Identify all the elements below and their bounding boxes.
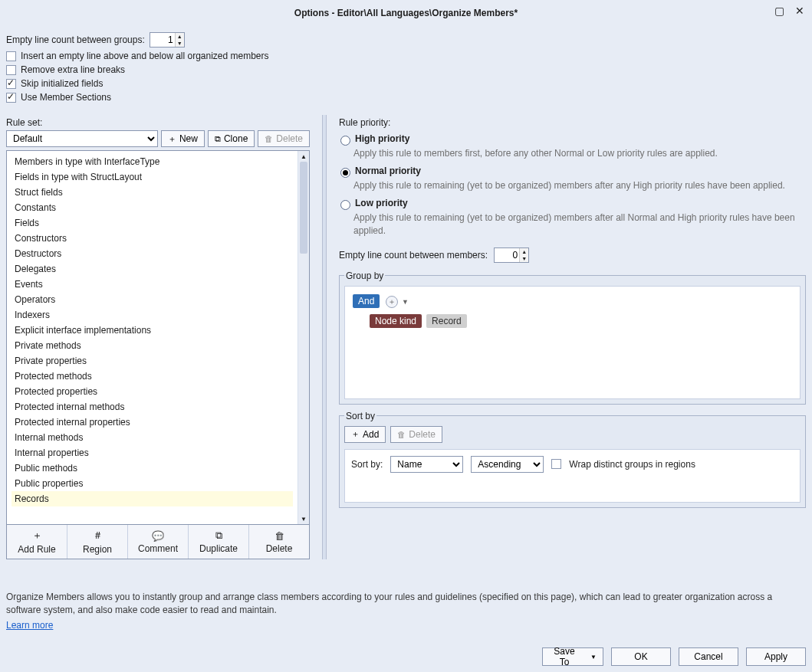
rule-item[interactable]: Delegates — [12, 261, 293, 277]
groupby-chip[interactable]: Node kind — [370, 314, 422, 328]
apply-button[interactable]: Apply — [746, 647, 806, 666]
toolbar-icon: 🗑 — [275, 530, 284, 542]
delete-ruleset-button: 🗑 Delete — [258, 130, 310, 147]
rule-item[interactable]: Members in type with InterfaceType — [12, 154, 293, 169]
ruleset-label: Rule set: — [6, 115, 310, 130]
plus-icon: ＋ — [351, 428, 360, 440]
sort-by-legend: Sort by — [344, 411, 376, 421]
copy-icon: ⧉ — [215, 134, 221, 144]
rule-item[interactable]: Constants — [12, 200, 293, 215]
delete-sort-button: 🗑 Delete — [390, 426, 442, 443]
spinner-up-icon[interactable]: ▲ — [519, 248, 528, 255]
toolbar-icon: ⧉ — [215, 529, 222, 542]
spinner-down-icon[interactable]: ▼ — [519, 255, 528, 262]
rule-item[interactable]: Struct fields — [12, 185, 293, 200]
rule-item[interactable]: Events — [12, 277, 293, 292]
maximize-icon[interactable]: ▢ — [774, 5, 784, 17]
priority-low-desc: Apply this rule to remaining (yet to be … — [353, 211, 806, 236]
priority-high-radio[interactable] — [340, 136, 350, 146]
trash-icon: 🗑 — [397, 430, 406, 439]
add-sort-button[interactable]: ＋ Add — [344, 426, 386, 443]
group-by-legend: Group by — [344, 270, 385, 281]
learn-more-link[interactable]: Learn more — [6, 620, 53, 631]
rule-item[interactable]: Operators — [12, 292, 293, 307]
cancel-button[interactable]: Cancel — [679, 647, 738, 666]
rule-item[interactable]: Protected internal methods — [12, 399, 293, 415]
help-text: Organize Members allows you to instantly… — [6, 591, 806, 617]
remove-breaks-checkbox[interactable] — [6, 65, 16, 75]
rule-item[interactable]: Fields in type with StructLayout — [12, 169, 293, 185]
priority-normal-radio[interactable] — [340, 168, 350, 178]
scroll-thumb[interactable] — [300, 162, 307, 254]
priority-high-desc: Apply this rule to members first, before… — [353, 147, 806, 159]
scrollbar[interactable]: ▲ ▼ — [298, 151, 309, 524]
clone-button[interactable]: ⧉ Clone — [208, 130, 255, 147]
spinner-down-icon[interactable]: ▼ — [175, 40, 184, 47]
window-title: Options - Editor\All Languages\Organize … — [0, 0, 812, 23]
scroll-up-icon[interactable]: ▲ — [298, 151, 309, 162]
use-sections-label[interactable]: Use Member Sections — [21, 92, 111, 103]
duplicate-button[interactable]: ⧉Duplicate — [189, 525, 249, 559]
rule-item[interactable]: Protected properties — [12, 384, 293, 399]
sort-by-label: Sort by: — [351, 459, 383, 470]
skip-init-checkbox[interactable] — [6, 79, 16, 89]
remove-breaks-label[interactable]: Remove extra line breaks — [21, 64, 125, 75]
priority-low-radio[interactable] — [340, 200, 350, 210]
rule-item[interactable]: Explicit interface implementations — [12, 323, 293, 338]
rule-item[interactable]: Private methods — [12, 338, 293, 353]
priority-normal-desc: Apply this rule to remaining (yet to be … — [353, 179, 806, 192]
rule-item[interactable]: Records — [12, 491, 293, 506]
priority-low-label[interactable]: Low priority — [355, 198, 408, 208]
priority-label: Rule priority: — [339, 115, 806, 130]
close-icon[interactable]: ✕ — [795, 5, 804, 17]
toolbar-icon: ＋ — [32, 529, 42, 543]
rules-list[interactable]: Members in type with InterfaceTypeFields… — [7, 151, 298, 524]
priority-high-label[interactable]: High priority — [355, 133, 409, 144]
rule-item[interactable]: Fields — [12, 215, 293, 231]
logic-chip[interactable]: And — [353, 294, 380, 308]
add-rule-button[interactable]: ＋Add Rule — [7, 525, 67, 559]
groupby-chip[interactable]: Record — [426, 314, 467, 328]
skip-init-label[interactable]: Skip initialized fields — [21, 78, 103, 89]
toolbar-icon: 💬 — [152, 530, 164, 542]
rule-item[interactable]: Internal methods — [12, 430, 293, 445]
chevron-down-icon[interactable]: ▼ — [402, 298, 409, 306]
rule-item[interactable]: Public properties — [12, 476, 293, 491]
add-condition-button[interactable]: ＋ — [386, 296, 398, 308]
ruleset-select[interactable]: Default — [6, 130, 158, 147]
use-sections-checkbox[interactable] — [6, 93, 16, 103]
rule-item[interactable]: Private properties — [12, 353, 293, 369]
trash-icon: 🗑 — [265, 134, 273, 143]
insert-empty-checkbox[interactable] — [6, 51, 16, 61]
plus-icon: ＋ — [168, 133, 176, 145]
rule-item[interactable]: Constructors — [12, 231, 293, 246]
wrap-regions-label[interactable]: Wrap distinct groups in regions — [569, 459, 695, 470]
region-button[interactable]: ＃Region — [67, 525, 128, 559]
sort-direction-select[interactable]: Ascending — [471, 456, 544, 473]
delete-button[interactable]: 🗑Delete — [249, 525, 309, 559]
rule-item[interactable]: Indexers — [12, 307, 293, 323]
members-line-label: Empty line count between members: — [339, 250, 488, 261]
priority-normal-label[interactable]: Normal priority — [355, 166, 421, 176]
insert-empty-label[interactable]: Insert an empty line above and below all… — [21, 51, 269, 61]
sort-field-select[interactable]: Name — [390, 456, 463, 473]
ok-button[interactable]: OK — [611, 647, 671, 666]
splitter[interactable] — [322, 115, 327, 559]
scroll-down-icon[interactable]: ▼ — [298, 513, 309, 524]
wrap-regions-checkbox[interactable] — [551, 459, 561, 469]
toolbar-icon: ＃ — [93, 529, 103, 543]
rule-item[interactable]: Public methods — [12, 461, 293, 476]
save-to-button[interactable]: Save To — [542, 647, 603, 666]
comment-button[interactable]: 💬Comment — [128, 525, 189, 559]
rule-item[interactable]: Internal properties — [12, 445, 293, 461]
line-count-label: Empty line count between groups: — [6, 34, 145, 45]
new-button[interactable]: ＋ New — [161, 130, 205, 147]
rule-item[interactable]: Destructors — [12, 246, 293, 261]
spinner-up-icon[interactable]: ▲ — [175, 33, 184, 40]
rule-item[interactable]: Protected methods — [12, 369, 293, 384]
rule-item[interactable]: Protected internal properties — [12, 415, 293, 430]
group-by-body: And ＋ ▼ Node kindRecord — [344, 286, 800, 399]
